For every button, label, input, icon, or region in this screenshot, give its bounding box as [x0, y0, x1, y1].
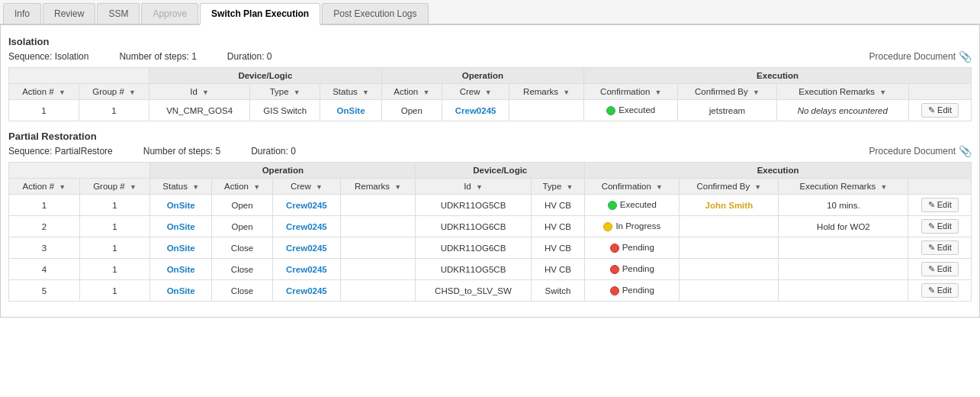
clip-icon-2: 📎	[959, 145, 972, 157]
pr-col-id: Id ▼	[416, 179, 531, 195]
pr-edit-cell[interactable]: ✎ Edit	[908, 216, 972, 237]
tab-review[interactable]: Review	[43, 3, 95, 24]
pr-status: OnSite	[150, 237, 212, 259]
pr-col-status: Status ▼	[150, 179, 212, 195]
isolation-col-remarks: Remarks ▼	[509, 84, 584, 100]
isolation-group-num: 1	[79, 100, 149, 121]
pr-remarks	[340, 216, 416, 237]
pr-type: Switch	[531, 280, 585, 302]
pr-row-5: 5 1 OnSite Close Crew0245 CHSD_to_SLV_SW…	[9, 280, 972, 302]
pr-exec-remarks: Hold for WO2	[779, 216, 908, 237]
pr-crew: Crew0245	[273, 237, 341, 259]
isolation-duration: Duration: 0	[227, 51, 272, 62]
pr-col-remarks: Remarks ▼	[340, 179, 416, 195]
pr-edit-cell[interactable]: ✎ Edit	[908, 259, 972, 280]
isolation-col-status: Status ▼	[320, 84, 381, 100]
pr-row-1: 1 1 OnSite Open Crew0245 UDKR11OG5CB HV …	[9, 195, 972, 216]
pr-confirmed-by: John Smith	[680, 195, 779, 216]
isolation-row-1: 1 1 VN_CMR_GOS4 GIS Switch OnSite Open C…	[9, 100, 972, 121]
pr-action-num: 3	[9, 237, 80, 259]
pr-device-logic-header: Device/Logic	[416, 163, 585, 179]
isolation-procedure-doc[interactable]: Procedure Document 📎	[869, 50, 972, 63]
isolation-col-type: Type ▼	[250, 84, 320, 100]
pr-edit-btn-3[interactable]: ✎ Edit	[921, 240, 959, 255]
pr-exec-remarks	[779, 237, 908, 259]
pr-id: UDKR11OG6CB	[416, 237, 531, 259]
pr-status: OnSite	[150, 216, 212, 237]
isolation-col-id: Id ▼	[149, 84, 250, 100]
pr-edit-btn-4[interactable]: ✎ Edit	[921, 262, 959, 276]
pr-confirmation: Pending	[585, 237, 680, 259]
pr-type: HV CB	[531, 237, 585, 259]
pr-edit-btn-2[interactable]: ✎ Edit	[921, 219, 959, 234]
isolation-edit-cell[interactable]: ✎ Edit	[908, 100, 971, 121]
pr-id: UDKR11OG5CB	[416, 259, 531, 280]
pr-operation-header: Operation	[150, 163, 416, 179]
isolation-execution-header: Execution	[584, 68, 972, 84]
tab-switch-plan[interactable]: Switch Plan Execution	[200, 3, 320, 25]
pr-action-num: 4	[9, 259, 80, 280]
pr-confirmed-by	[680, 237, 779, 259]
isolation-col-group-num: Group # ▼	[79, 84, 149, 100]
pr-action-num: 2	[9, 216, 80, 237]
isolation-confirmation: Executed	[584, 100, 678, 121]
isolation-blank-header	[9, 68, 149, 84]
partial-restoration-title: Partial Restoration	[8, 131, 972, 142]
pr-action-val: Open	[212, 216, 273, 237]
pr-id: CHSD_to_SLV_SW	[416, 280, 531, 302]
pr-col-group-num: Group # ▼	[79, 179, 150, 195]
pr-remarks	[340, 237, 416, 259]
pr-group-num: 1	[79, 195, 150, 216]
isolation-type: GIS Switch	[250, 100, 320, 121]
pr-action-num: 1	[9, 195, 80, 216]
isolation-status: OnSite	[320, 100, 381, 121]
isolation-col-confirmed-by: Confirmed By ▼	[678, 84, 776, 100]
tab-post-logs[interactable]: Post Execution Logs	[322, 3, 428, 24]
partial-restoration-steps: Number of steps: 5	[143, 146, 220, 157]
isolation-col-confirmation: Confirmation ▼	[584, 84, 678, 100]
pr-status: OnSite	[150, 259, 212, 280]
isolation-col-exec-remarks: Execution Remarks ▼	[776, 84, 908, 100]
pr-edit-cell[interactable]: ✎ Edit	[908, 195, 972, 216]
pr-type: HV CB	[531, 195, 585, 216]
pr-col-confirmed-by: Confirmed By ▼	[680, 179, 779, 195]
isolation-edit-btn[interactable]: ✎ Edit	[921, 103, 959, 118]
pr-blank-header	[9, 163, 150, 179]
tabs-bar: Info Review SSM Approve Switch Plan Exec…	[0, 0, 980, 25]
isolation-col-crew: Crew ▼	[442, 84, 509, 100]
main-content: Isolation Sequence: Isolation Number of …	[0, 25, 980, 318]
pr-col-exec-remarks: Execution Remarks ▼	[779, 179, 908, 195]
pr-row-4: 4 1 OnSite Close Crew0245 UDKR11OG5CB HV…	[9, 259, 972, 280]
pr-crew: Crew0245	[273, 216, 341, 237]
partial-restoration-sequence: Sequence: PartialRestore	[8, 146, 113, 157]
tab-ssm[interactable]: SSM	[97, 3, 140, 24]
pr-id: UDKR11OG5CB	[416, 195, 531, 216]
pr-col-confirmation: Confirmation ▼	[585, 179, 680, 195]
isolation-col-action-num: Action # ▼	[9, 84, 79, 100]
pr-edit-btn-5[interactable]: ✎ Edit	[921, 283, 959, 298]
pr-confirmation: Pending	[585, 259, 680, 280]
pr-id: UDKR11OG6CB	[416, 216, 531, 237]
pr-confirmation: In Progress	[585, 216, 680, 237]
isolation-crew: Crew0245	[442, 100, 509, 121]
pr-edit-cell[interactable]: ✎ Edit	[908, 280, 972, 302]
partial-restoration-procedure-doc[interactable]: Procedure Document 📎	[869, 145, 972, 157]
pr-status: OnSite	[150, 280, 212, 302]
pr-type: HV CB	[531, 216, 585, 237]
isolation-col-actions	[908, 84, 971, 100]
pr-group-num: 1	[79, 216, 150, 237]
isolation-action-num: 1	[9, 100, 79, 121]
pr-col-crew: Crew ▼	[273, 179, 341, 195]
isolation-action-val: Open	[381, 100, 442, 121]
tab-info[interactable]: Info	[3, 3, 41, 24]
partial-restoration-table: Operation Device/Logic Execution Action …	[8, 162, 972, 302]
pr-row-2: 2 1 OnSite Open Crew0245 UDKR11OG6CB HV …	[9, 216, 972, 237]
pr-crew: Crew0245	[273, 259, 341, 280]
pr-group-num: 1	[79, 259, 150, 280]
pr-edit-cell[interactable]: ✎ Edit	[908, 237, 972, 259]
pr-edit-btn-1[interactable]: ✎ Edit	[921, 198, 959, 212]
pr-action-val: Close	[212, 237, 273, 259]
pr-col-action-num: Action # ▼	[9, 179, 80, 195]
isolation-meta: Sequence: Isolation Number of steps: 1 D…	[8, 50, 972, 63]
pr-remarks	[340, 280, 416, 302]
